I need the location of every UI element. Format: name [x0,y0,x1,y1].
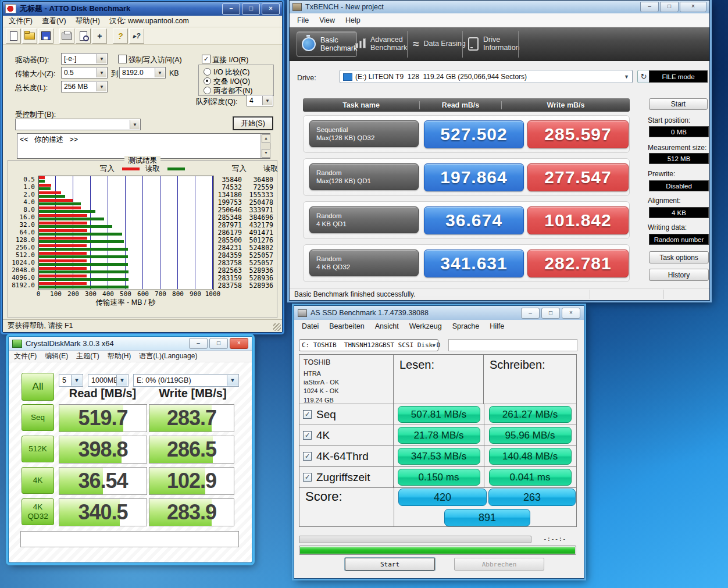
force-write-checkbox[interactable] [118,55,127,63]
dropdown-arrow-icon[interactable]: ▼ [116,375,127,386]
start-button[interactable]: Start [345,558,435,571]
minimize-button[interactable]: – [521,308,540,319]
menu-file[interactable]: 文件(F) [4,16,37,26]
neither-radio[interactable] [204,87,211,94]
maximize-button[interactable]: □ [242,3,260,15]
menu-hilfe[interactable]: Hilfe [484,322,509,330]
queue-depth-select[interactable]: 4 ▼ [247,95,273,106]
dropdown-arrow-icon[interactable]: ▼ [624,74,629,80]
menu-help[interactable]: 帮助(H) [104,351,135,361]
drive-select[interactable]: [-e-] ▼ [61,53,108,65]
help-button[interactable]: ? [113,28,128,44]
minimize-button[interactable]: – [189,338,208,349]
as-ssd-title-bar[interactable]: AS SSD Benchmark 1.7.4739.38088 – □ × [294,306,584,320]
tx-task-button[interactable]: RandomMax(128 KB) QD1 [309,163,419,190]
print-preview-button[interactable] [76,28,91,44]
print-button[interactable] [59,28,74,44]
all-test-button[interactable]: All [22,373,54,401]
maximize-button[interactable]: □ [209,338,228,349]
new-file-button[interactable] [6,28,21,44]
writing-data-box[interactable]: Random number [649,234,709,245]
start-button[interactable]: 开始(S) [233,117,273,130]
transfer-to-select[interactable]: 8192.0 ▼ [119,67,166,79]
checkbox-checked-icon[interactable]: ✓ [303,410,312,419]
menu-view[interactable]: View [314,16,340,24]
dropdown-arrow-icon[interactable]: ▼ [97,54,106,63]
start-position-box[interactable]: 0 MB [649,126,709,137]
menu-werkzeug[interactable]: Werkzeug [404,322,447,330]
tx-task-button[interactable]: Random4 KB QD1 [309,206,419,233]
file-mode-box[interactable]: FILE mode [649,70,708,83]
open-button[interactable] [22,28,37,44]
dropdown-arrow-icon[interactable]: ▼ [97,68,106,77]
cdm-test-button[interactable]: Seq [22,404,54,431]
drive-select[interactable]: (E:) LITEON T9 128 119.24 GB (250,066,94… [340,70,633,83]
cdm-test-button[interactable]: 4K QD32 [22,498,54,525]
menu-language[interactable]: 语言(L)(Language) [135,351,201,361]
dropdown-arrow-icon[interactable]: ▼ [262,96,272,105]
cdm-test-button[interactable]: 4K [22,467,54,494]
tab-drive-information[interactable]: DriveInformation [468,31,520,56]
dropdown-arrow-icon[interactable]: ▼ [227,375,238,386]
close-button[interactable]: × [680,2,706,12]
dropdown-arrow-icon[interactable]: ▼ [130,120,140,129]
prewrite-box[interactable]: Disabled [649,180,709,191]
checkbox-checked-icon[interactable]: ✓ [303,473,312,482]
menu-view[interactable]: 查看(V) [37,16,71,26]
alignment-box[interactable]: 4 KB [649,207,709,218]
task-options-button[interactable]: Task options [649,251,709,263]
pan-button[interactable]: + [92,28,107,44]
menu-edit[interactable]: 编辑(E) [41,351,72,361]
menu-file[interactable]: File [292,16,314,24]
dropdown-arrow-icon[interactable]: ▼ [97,82,106,91]
target-drive-select[interactable]: E: 0% (0/119GB) ▼ [133,374,239,387]
io-compare-radio[interactable] [204,68,211,76]
menu-ansicht[interactable]: Ansicht [370,322,404,330]
dropdown-arrow-icon[interactable]: ▼ [71,375,82,386]
total-length-select[interactable]: 256 MB ▼ [61,81,108,92]
cdm-title-bar[interactable]: CrystalDiskMark 3.0.3 x64 – □ × [9,337,252,351]
menu-bearbeiten[interactable]: Bearbeiten [324,322,369,330]
tab-basic-benchmark[interactable]: BasicBenchmark [297,31,357,57]
menu-sprache[interactable]: Sprache [447,322,485,330]
menu-theme[interactable]: 主题(T) [72,351,103,361]
txbench-title-bar[interactable]: TxBENCH - New project – □ × [290,1,709,13]
run-count-select[interactable]: 5 ▼ [59,374,83,387]
tab-advanced-benchmark[interactable]: AdvancedBenchmark [355,31,407,56]
scroll-up-icon[interactable]: ▲ [262,134,270,143]
refresh-button[interactable]: ↻ [637,70,650,83]
minimize-button[interactable]: – [222,3,240,15]
save-button[interactable] [38,28,53,44]
menu-help[interactable]: 帮助(H) [71,16,105,26]
overlapped-io-radio[interactable] [204,77,211,85]
direct-io-checkbox[interactable]: ✓ [202,55,210,63]
maximize-button[interactable]: □ [660,2,679,12]
atto-title-bar[interactable]: 无标题 - ATTO Disk Benchmark – □ × [3,2,282,16]
tab-data-erasing[interactable]: ≈ Data Erasing [413,31,466,56]
checkbox-checked-icon[interactable]: ✓ [303,452,312,461]
dropdown-arrow-icon[interactable]: ▼ [155,68,165,77]
minimize-button[interactable]: – [640,2,659,12]
tx-task-button[interactable]: Random4 KB QD32 [309,250,419,276]
menu-datei[interactable]: Datei [297,322,324,330]
controlled-by-select[interactable]: ▼ [15,119,141,130]
transfer-from-select[interactable]: 0.5 ▼ [61,67,108,79]
history-button[interactable]: History [649,269,709,281]
checkbox-checked-icon[interactable]: ✓ [303,431,312,440]
start-button[interactable]: Start [649,98,708,110]
context-help-button[interactable]: ▸? [129,28,144,44]
measurement-size-box[interactable]: 512 MB [649,153,709,164]
description-box[interactable]: << 你的描述 >> [17,133,270,159]
dropdown-arrow-icon[interactable]: ▼ [433,343,436,348]
maximize-button[interactable]: □ [541,308,560,319]
description-scrollbar[interactable]: ▲ ▼ [260,134,270,158]
cdm-test-button[interactable]: 512K [22,436,54,462]
close-button[interactable]: × [262,3,280,15]
drive-select[interactable]: C: TOSHIB THNSNH128GBST SCSI Disk D ▼ [299,339,438,351]
close-button[interactable]: × [562,308,580,319]
cancel-button[interactable]: Abbrechen [454,558,544,571]
scroll-down-icon[interactable]: ▼ [262,149,270,158]
test-size-select[interactable]: 1000MB ▼ [88,374,129,387]
resize-grip[interactable] [273,323,281,331]
menu-file[interactable]: 文件(F) [10,351,41,361]
